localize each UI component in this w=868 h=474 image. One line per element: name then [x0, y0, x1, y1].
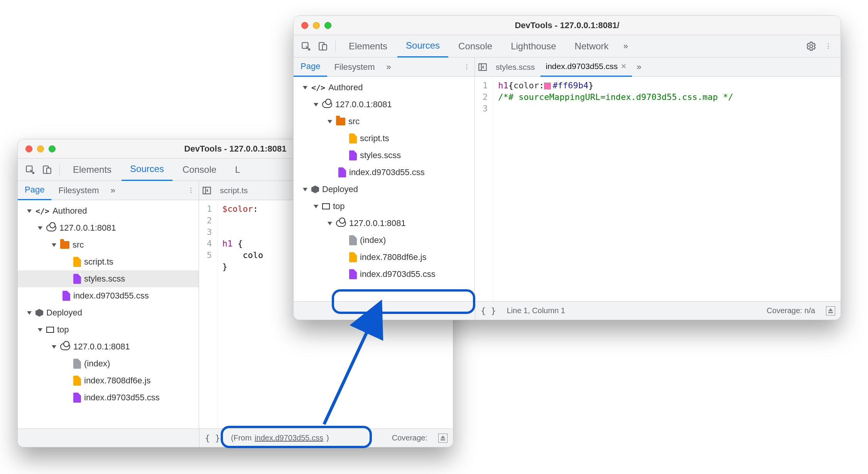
tree-file[interactable]: index.7808df6e.js — [18, 372, 199, 389]
drawer-toggle-icon[interactable] — [433, 429, 453, 447]
status-bar: { } (From index.d9703d55.css) Coverage: — [18, 428, 453, 447]
tree-frame-top[interactable]: top — [18, 321, 199, 338]
close-icon[interactable]: ✕ — [621, 62, 627, 71]
tree-host[interactable]: 127.0.0.1:8081 — [18, 338, 199, 355]
tree-file[interactable]: styles.scss — [294, 147, 475, 164]
maximize-window-button[interactable] — [49, 145, 56, 152]
coverage-label: Coverage: n/a — [761, 302, 821, 320]
tab-console[interactable]: Console — [450, 35, 501, 57]
code-editor[interactable]: 1 2 3 h1{color:#ff69b4} /*# sourceMappin… — [475, 77, 841, 301]
pretty-print-button[interactable]: { } — [199, 429, 226, 447]
cursor-position-label: Line 1, Column 1 — [502, 302, 571, 320]
pretty-print-button[interactable]: { } — [475, 302, 502, 320]
tree-frame-top[interactable]: top — [294, 198, 475, 215]
toolbar-divider — [335, 40, 336, 52]
tab-more-truncated[interactable]: L — [226, 159, 248, 181]
source-from-link[interactable]: index.d9703d55.css — [255, 434, 323, 442]
tree-file-selected[interactable]: styles.scss — [18, 270, 199, 287]
tree-file[interactable]: script.ts — [18, 253, 199, 270]
close-window-button[interactable] — [25, 145, 32, 152]
inspect-icon[interactable] — [22, 162, 38, 177]
maximize-window-button[interactable] — [324, 22, 331, 29]
subtabs-overflow-icon[interactable]: » — [382, 62, 396, 72]
navigator-toggle-icon[interactable] — [475, 57, 490, 77]
color-swatch[interactable] — [544, 83, 551, 89]
tree-file[interactable]: index.d9703d55.css — [294, 164, 475, 181]
tree-file[interactable]: (index) — [294, 232, 475, 249]
tree-host[interactable]: 127.0.0.1:8081 — [294, 96, 475, 113]
tab-console[interactable]: Console — [174, 159, 225, 181]
window-controls — [301, 22, 331, 29]
minimize-window-button[interactable] — [37, 145, 44, 152]
svg-rect-2 — [47, 168, 51, 173]
devtools-window-right: DevTools - 127.0.0.1:8081/ Elements Sour… — [293, 15, 841, 320]
toolbar-divider — [59, 164, 60, 175]
tree-file[interactable]: index.d9703d55.css — [18, 389, 199, 406]
line-gutter: 1 2 3 4 5 — [199, 200, 218, 428]
navigator-sidebar: </>Authored 127.0.0.1:8081 src script.ts… — [18, 200, 199, 428]
tab-elements[interactable]: Elements — [64, 159, 120, 181]
tab-sources[interactable]: Sources — [122, 159, 172, 181]
tree-file-highlighted[interactable]: index.d9703d55.css — [294, 266, 475, 283]
subtab-page[interactable]: Page — [294, 57, 327, 77]
tree-folder-src[interactable]: src — [18, 236, 199, 253]
tree-file[interactable]: (index) — [18, 355, 199, 372]
device-toggle-icon[interactable] — [39, 162, 55, 177]
tree-file[interactable]: index.7808df6e.js — [294, 249, 475, 266]
tab-lighthouse[interactable]: Lighthouse — [502, 35, 564, 57]
editor-tab-index-css[interactable]: index.d9703d55.css✕ — [540, 57, 632, 77]
titlebar: DevTools - 127.0.0.1:8081/ — [294, 16, 841, 35]
kebab-menu-icon[interactable]: ⋮ — [183, 181, 199, 200]
code-content[interactable]: $color: h1 { colo } — [218, 200, 268, 428]
tree-folder-src[interactable]: src — [294, 113, 475, 130]
subtab-page[interactable]: Page — [18, 181, 51, 200]
kebab-menu-icon[interactable]: ⋮ — [459, 57, 475, 77]
settings-gear-icon[interactable] — [804, 39, 819, 54]
coverage-label: Coverage: — [387, 429, 433, 447]
line-gutter: 1 2 3 — [475, 77, 493, 301]
tree-group-authored[interactable]: </>Authored — [18, 202, 199, 219]
main-toolbar: Elements Sources Console Lighthouse Netw… — [294, 35, 841, 57]
inspect-icon[interactable] — [298, 39, 314, 54]
source-from-label: (From index.d9703d55.css) — [226, 429, 334, 447]
navigator-sidebar: </>Authored 127.0.0.1:8081 src script.ts… — [294, 77, 475, 301]
window-title: DevTools - 127.0.0.1:8081/ — [294, 20, 841, 30]
minimize-window-button[interactable] — [313, 22, 320, 29]
tabs-overflow-icon[interactable]: » — [619, 41, 633, 51]
tab-sources[interactable]: Sources — [397, 35, 448, 57]
drawer-toggle-icon[interactable] — [821, 302, 841, 320]
code-content[interactable]: h1{color:#ff69b4} /*# sourceMappingURL=i… — [493, 77, 738, 301]
editor-tab-script-ts[interactable]: script.ts — [214, 181, 253, 200]
tree-group-deployed[interactable]: Deployed — [18, 304, 199, 321]
status-bar: { } Line 1, Column 1 Coverage: n/a — [294, 301, 841, 320]
tab-elements[interactable]: Elements — [340, 35, 396, 57]
tree-host[interactable]: 127.0.0.1:8081 — [294, 215, 475, 232]
tree-group-deployed[interactable]: Deployed — [294, 181, 475, 198]
subtabs-overflow-icon[interactable]: » — [106, 186, 120, 196]
editor-tab-styles-scss[interactable]: styles.scss — [490, 57, 540, 77]
tree-group-authored[interactable]: </>Authored — [294, 79, 475, 96]
window-controls — [25, 145, 56, 152]
close-window-button[interactable] — [301, 22, 308, 29]
subtab-filesystem[interactable]: Filesystem — [327, 57, 382, 77]
sub-toolbar: Page Filesystem » ⋮ styles.scss index.d9… — [294, 57, 841, 77]
tab-network[interactable]: Network — [566, 35, 617, 57]
tree-host[interactable]: 127.0.0.1:8081 — [18, 219, 199, 236]
svg-rect-7 — [323, 44, 327, 50]
editor-tabs-overflow-icon[interactable]: » — [632, 62, 646, 72]
tree-file[interactable]: script.ts — [294, 130, 475, 147]
navigator-toggle-icon[interactable] — [199, 181, 214, 200]
tree-file[interactable]: index.d9703d55.css — [18, 287, 199, 304]
subtab-filesystem[interactable]: Filesystem — [51, 181, 106, 200]
kebab-menu-icon[interactable]: ⋮ — [821, 39, 836, 54]
device-toggle-icon[interactable] — [315, 39, 331, 54]
